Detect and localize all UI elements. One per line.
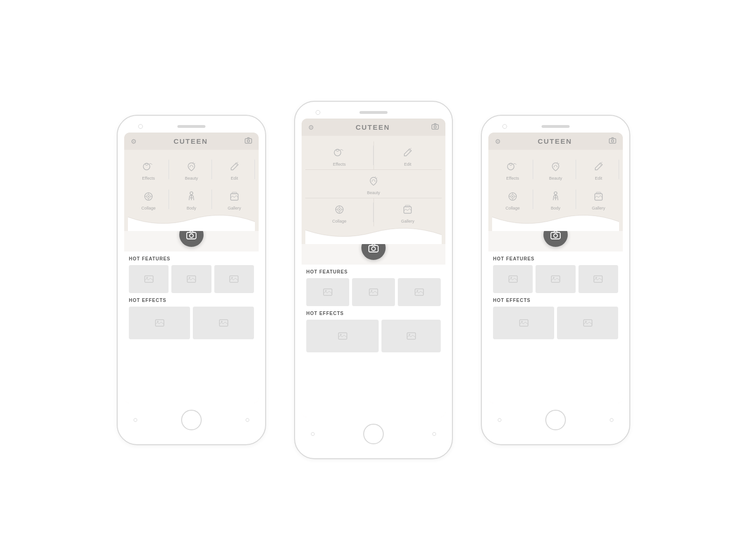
- screen-1: ⚙ CUTEEN: [124, 133, 259, 403]
- effects-label-3: Effects: [506, 176, 519, 181]
- home-button-2[interactable]: [363, 424, 384, 444]
- gallery-label-1: Gallery: [228, 206, 241, 210]
- camera-icon-2[interactable]: [431, 123, 439, 131]
- beauty-label-2: Beauty: [367, 190, 380, 195]
- nav-edit-2[interactable]: Edit: [374, 141, 442, 169]
- wave-1: [128, 212, 255, 231]
- side-btn-4: [432, 432, 436, 436]
- nav-beauty-1[interactable]: Beauty: [171, 155, 212, 183]
- svg-point-62: [510, 277, 512, 279]
- svg-point-26: [334, 149, 341, 156]
- svg-rect-47: [609, 139, 616, 143]
- svg-point-8: [148, 196, 149, 197]
- nav-gallery-1[interactable]: Gallery: [214, 185, 255, 213]
- nav-beauty-3[interactable]: Beauty: [535, 155, 576, 183]
- svg-point-51: [554, 166, 555, 167]
- nav-collage-3[interactable]: Collage: [492, 185, 533, 213]
- svg-point-15: [146, 277, 148, 279]
- svg-point-68: [521, 321, 522, 322]
- settings-icon-2[interactable]: ⚙: [308, 124, 314, 131]
- phone-top-3: [488, 125, 623, 128]
- app-header-1: ⚙ CUTEEN: [124, 133, 259, 150]
- effects-label-2: Effects: [333, 162, 345, 167]
- hot-effects-title-2: HOT EFFECTS: [306, 311, 441, 316]
- svg-rect-11: [232, 192, 237, 194]
- speaker-2: [359, 111, 388, 114]
- settings-icon-3[interactable]: ⚙: [495, 138, 501, 145]
- effect-thumb-3-2: [557, 307, 618, 339]
- effects-label-1: Effects: [142, 176, 155, 181]
- collage-label-2: Collage: [332, 219, 346, 224]
- feature-thumb-2: [171, 265, 211, 293]
- edit-label-1: Edit: [231, 176, 238, 181]
- nav-gallery-2[interactable]: Gallery: [374, 198, 442, 226]
- nav-effects-3[interactable]: Effects: [492, 155, 533, 183]
- nav-collage-1[interactable]: Collage: [128, 185, 169, 213]
- feature-thumb-3: [214, 265, 254, 293]
- app-header-3: ⚙ CUTEEN: [488, 133, 623, 150]
- svg-rect-0: [245, 139, 252, 143]
- wave-2: [305, 225, 442, 244]
- body-icon-1: [184, 189, 199, 204]
- phone-2: ⚙ CUTEEN: [294, 101, 453, 459]
- svg-point-40: [371, 290, 373, 292]
- svg-point-52: [557, 166, 557, 167]
- edit-label-3: Edit: [595, 176, 602, 181]
- effects-icon-1: [141, 159, 156, 174]
- collage-icon-1: [141, 189, 156, 204]
- settings-icon-1[interactable]: ⚙: [131, 138, 137, 145]
- svg-point-46: [409, 334, 410, 336]
- feature-thumb-2-3: [398, 278, 441, 306]
- effect-thumb-2: [193, 307, 254, 339]
- effect-thumb-3-1: [493, 307, 554, 339]
- gallery-icon-2: [400, 202, 415, 217]
- svg-point-5: [192, 166, 193, 167]
- camera-icon-3[interactable]: [609, 137, 616, 145]
- edit-icon-2: [400, 145, 415, 160]
- beauty-icon-2: [366, 174, 381, 189]
- svg-point-48: [611, 140, 613, 142]
- nav-effects-2[interactable]: Effects: [305, 141, 374, 169]
- nav-edit-3[interactable]: Edit: [578, 155, 619, 183]
- app-title-2: CUTEEN: [356, 123, 390, 131]
- home-button-3[interactable]: [545, 410, 566, 430]
- svg-point-25: [434, 126, 436, 128]
- svg-point-1: [247, 140, 249, 142]
- gallery-icon-3: [591, 189, 606, 204]
- screen-3: ⚙ CUTEEN: [488, 133, 623, 403]
- svg-point-42: [417, 290, 418, 292]
- feature-thumb-3-1: [493, 265, 533, 293]
- wave-3: [492, 212, 619, 231]
- side-btn-5: [498, 418, 501, 422]
- collage-icon-3: [505, 189, 520, 204]
- hot-features-row-2: [306, 278, 441, 306]
- svg-rect-24: [432, 125, 438, 129]
- svg-rect-35: [369, 245, 378, 252]
- edit-icon-1: [227, 159, 242, 174]
- home-button-1[interactable]: [181, 410, 202, 430]
- nav-top-row-2: Effects Edit: [305, 141, 442, 170]
- nav-mid-row-2: Beauty: [305, 170, 442, 198]
- effect-thumb-2-1: [306, 320, 379, 352]
- feature-thumb-3-3: [578, 265, 618, 293]
- nav-grid-1: Effects Beauty: [128, 155, 255, 213]
- nav-area-3: Effects Beauty: [488, 150, 623, 231]
- svg-point-13: [190, 234, 193, 238]
- nav-edit-1[interactable]: Edit: [214, 155, 255, 183]
- nav-gallery-3[interactable]: Gallery: [578, 185, 619, 213]
- effects-icon-2: [332, 145, 347, 160]
- nav-body-1[interactable]: Body: [171, 185, 212, 213]
- camera-icon-1[interactable]: [245, 137, 252, 145]
- nav-body-3[interactable]: Body: [535, 185, 576, 213]
- app-title-3: CUTEEN: [538, 137, 572, 145]
- body-icon-3: [548, 189, 563, 204]
- nav-effects-1[interactable]: Effects: [128, 155, 169, 183]
- side-btn-1: [134, 418, 137, 422]
- nav-collage-2[interactable]: Collage: [305, 198, 374, 226]
- beauty-icon-3: [548, 159, 563, 174]
- svg-point-49: [507, 163, 514, 170]
- hot-features-title-2: HOT FEATURES: [306, 269, 441, 274]
- hot-features-title-1: HOT FEATURES: [129, 256, 254, 261]
- nav-beauty-2[interactable]: Beauty: [339, 170, 408, 198]
- phone-bottom-2: [302, 424, 445, 444]
